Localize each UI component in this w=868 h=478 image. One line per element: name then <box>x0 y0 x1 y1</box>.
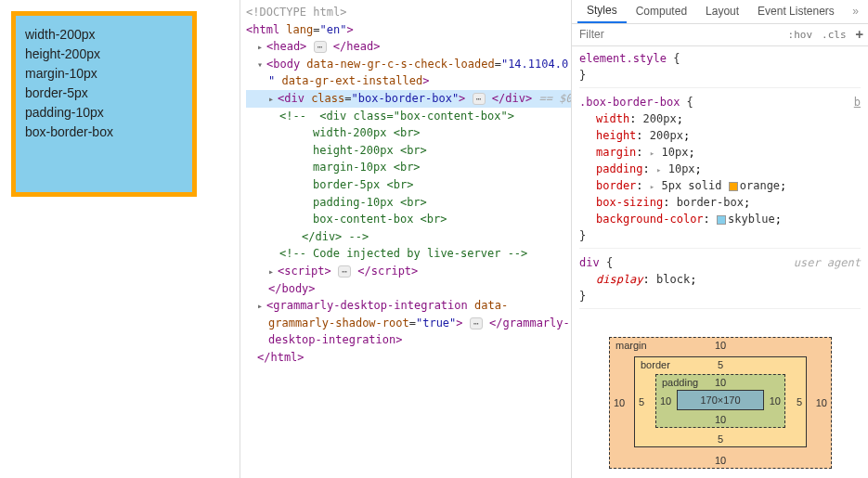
box-text-line: width-200px <box>25 25 183 45</box>
dom-doctype[interactable]: <!DOCTYPE html> <box>246 4 571 21</box>
filter-row: :hov .cls + <box>572 24 868 46</box>
box-text-line: padding-10px <box>25 103 183 123</box>
dom-comment-line[interactable]: padding-10px <br> <box>246 194 571 212</box>
dom-comment-close[interactable]: </div> --> <box>246 228 571 246</box>
dom-grammarly-cont[interactable]: grammarly-shadow-root="true"> ⋯ </gramma… <box>246 315 571 332</box>
dom-comment-liveserver[interactable]: <!-- Code injected by live-server --> <box>246 245 571 263</box>
tab-event-listeners[interactable]: Event Listeners <box>748 0 844 23</box>
box-model-padding[interactable]: padding 10 10 10 10 170×170 <box>655 374 785 428</box>
margin-left-val: 10 <box>614 397 625 408</box>
dom-head[interactable]: <head> ⋯ </head> <box>246 38 571 56</box>
dom-grammarly-open[interactable]: <grammarly-desktop-integration data- <box>246 297 571 315</box>
border-left-val: 5 <box>639 396 644 407</box>
styles-panel: Styles Computed Layout Event Listeners »… <box>571 0 868 478</box>
color-swatch-skyblue[interactable] <box>717 215 726 225</box>
filter-input[interactable] <box>572 24 784 45</box>
padding-right-val: 10 <box>770 395 781 407</box>
cls-toggle[interactable]: .cls <box>817 29 851 41</box>
box-model-margin[interactable]: margin 10 10 10 10 border 5 5 5 5 paddin… <box>609 337 832 469</box>
dom-comment-line[interactable]: border-5px <br> <box>246 176 571 194</box>
dom-html-open[interactable]: <html lang="en"> <box>246 21 571 39</box>
dom-comment-line[interactable]: width-200px <br> <box>246 124 571 142</box>
hov-toggle[interactable]: :hov <box>784 29 818 41</box>
dom-comment-line[interactable]: margin-10px <br> <box>246 159 571 176</box>
box-model-content[interactable]: 170×170 <box>677 390 764 410</box>
dom-selected-div[interactable]: ⋯ <div class="box-border-box"> ⋯ </div> … <box>246 90 571 108</box>
tab-layout[interactable]: Layout <box>696 0 748 23</box>
dom-html-close[interactable]: </html> <box>246 349 571 367</box>
dom-body-open-cont[interactable]: " data-gr-ext-installed> <box>246 72 571 90</box>
style-rules: element.style { } .box-border-box { b wi… <box>572 46 868 318</box>
box-text-line: margin-10px <box>25 64 183 84</box>
dom-body-close[interactable]: </body> <box>246 280 571 298</box>
dom-comment-line[interactable]: box-content-box <br> <box>246 211 571 228</box>
padding-left-val: 10 <box>660 395 671 407</box>
border-right-val: 5 <box>797 396 802 407</box>
box-model-border[interactable]: border 5 5 5 5 padding 10 10 10 10 170×1… <box>634 356 807 447</box>
dom-comment-line[interactable]: height-200px <br> <box>246 142 571 160</box>
rendered-box: width-200px height-200px margin-10px bor… <box>11 11 197 197</box>
new-style-rule-button[interactable]: + <box>851 27 868 42</box>
source-link[interactable]: b <box>854 94 861 110</box>
margin-label: margin <box>615 340 647 351</box>
preview-pane: width-200px height-200px margin-10px bor… <box>0 0 240 478</box>
rule-box-border-box[interactable]: .box-border-box { b width: 200px; height… <box>579 94 861 249</box>
border-bottom-val: 5 <box>718 433 723 445</box>
tabs-overflow-icon[interactable]: » <box>849 5 862 18</box>
margin-top-val: 10 <box>715 340 726 351</box>
styles-tabs: Styles Computed Layout Event Listeners » <box>572 0 868 24</box>
box-text-line: height-200px <box>25 45 183 64</box>
padding-label: padding <box>662 377 698 388</box>
dom-script[interactable]: <script> ⋯ </script> <box>246 263 571 280</box>
margin-right-val: 10 <box>816 397 827 408</box>
tab-computed[interactable]: Computed <box>627 0 696 23</box>
dom-comment-open[interactable]: <!-- <div class="box-content-box"> <box>246 108 571 125</box>
padding-bottom-val: 10 <box>715 414 726 425</box>
margin-bottom-val: 10 <box>715 455 726 466</box>
elements-panel[interactable]: <!DOCTYPE html> <html lang="en"> <head> … <box>240 0 571 478</box>
tab-styles[interactable]: Styles <box>577 0 627 23</box>
rule-user-agent-div[interactable]: user agent div { display: block; } <box>579 254 861 309</box>
border-label: border <box>641 359 670 370</box>
dom-body-open[interactable]: <body data-new-gr-c-s-check-loaded="14.1… <box>246 56 571 73</box>
color-swatch-orange[interactable] <box>729 182 738 191</box>
box-text-line: border-5px <box>25 84 183 103</box>
padding-top-val: 10 <box>715 377 726 388</box>
rule-element-style[interactable]: element.style { } <box>579 50 861 88</box>
box-model-diagram: margin 10 10 10 10 border 5 5 5 5 paddin… <box>572 318 868 478</box>
dom-grammarly-close[interactable]: desktop-integration> <box>246 331 571 349</box>
border-top-val: 5 <box>718 359 723 370</box>
box-text-line: box-border-box <box>25 123 183 142</box>
